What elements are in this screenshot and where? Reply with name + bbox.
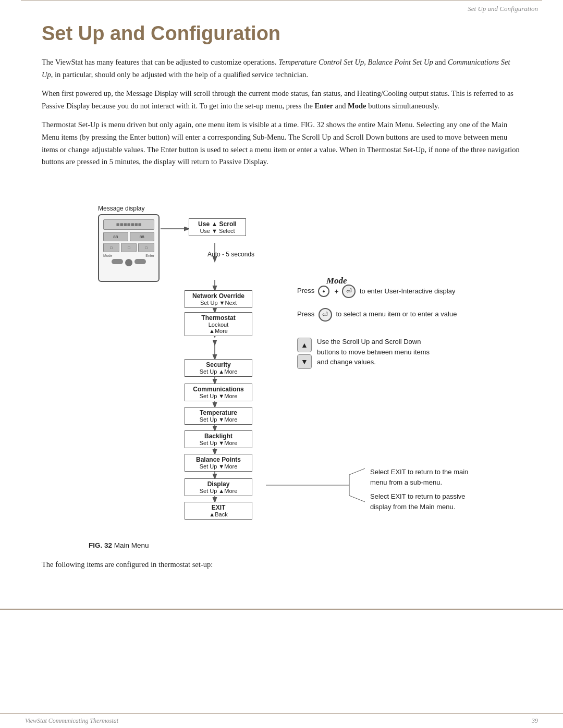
mode-circle-icon: ● — [318, 286, 329, 297]
balance-points-sub: Set Up ▼More — [189, 463, 248, 470]
footer-left: ViewStat Communicating Thermostat — [25, 717, 118, 725]
svg-line-22 — [349, 496, 365, 502]
figure-caption: FIG. 32 Main Menu — [89, 541, 474, 549]
select-menu-label: to select a menu item or to enter a valu… — [336, 311, 457, 318]
communications-box: Communications Set Up ▼More — [185, 384, 252, 401]
and-change-label: and change values. — [317, 357, 430, 367]
press-select-annotation: Press ⏎ to select a menu item or to ente… — [297, 308, 457, 322]
thermostat-lockout-title: Thermostat — [189, 314, 248, 322]
display-sub: Set Up ▲More — [189, 488, 248, 494]
press-label-2: Press — [297, 311, 314, 318]
bottom-rule — [0, 609, 563, 610]
plus-label: + — [334, 287, 338, 295]
page-title: Set Up and Configuration — [42, 22, 521, 45]
enter-interactive-label: to enter User-Interactive display — [360, 287, 456, 295]
thermostat-lockout-box: Thermostat Lockout ▲More — [185, 312, 252, 336]
page-header: Set Up and Configuration — [0, 1, 563, 13]
scroll-down-icon: ▼ — [297, 354, 312, 369]
balance-points-box: Balance Points Set Up ▼More — [185, 454, 252, 472]
network-override-sub: Set Up ▼Next — [189, 300, 248, 306]
backlight-sub: Set Up ▼More — [189, 440, 248, 446]
thermostat-lockout-title2: Lockout — [189, 322, 248, 328]
press-label-1: Press — [297, 287, 314, 295]
communications-title: Communications — [189, 386, 248, 393]
paragraph-2: When first powered up, the Message Displ… — [42, 88, 521, 113]
scroll-down-desc: buttons to move between menu items — [317, 347, 430, 357]
scroll-up-desc: Use the Scroll Up and Scroll Down — [317, 337, 430, 347]
press-mode-annotation: Press ● + ⏎ to enter User-Interactive di… — [297, 285, 455, 298]
security-title: Security — [189, 361, 248, 368]
page-content: Set Up and Configuration The ViewStat ha… — [0, 13, 563, 609]
communications-sub: Set Up ▼More — [189, 393, 248, 399]
svg-line-21 — [349, 468, 365, 475]
exit-annotation: Select EXIT to return to the main menu f… — [370, 467, 469, 512]
exit-note2: Select EXIT to return to passive display… — [370, 491, 469, 512]
figure-32: ▦▦▦▦▦▦▦ 88 88 □ □ □ ModeEnter — [89, 183, 474, 549]
display-box: Display Set Up ▲More — [185, 478, 252, 496]
scroll-select-box: Use ▲ Scroll Use ▼ Select — [189, 218, 246, 236]
network-override-title: Network Override — [189, 292, 248, 300]
exit-box: EXIT ▲Back — [185, 502, 252, 520]
temperature-title: Temperature — [189, 409, 248, 416]
mode-italic-label: Mode — [326, 276, 347, 286]
thermostat-lockout-sub: ▲More — [189, 328, 248, 334]
diagram-area: ▦▦▦▦▦▦▦ 88 88 □ □ □ ModeEnter — [89, 183, 474, 537]
fig-caption-text: Main Menu — [114, 541, 149, 549]
scroll-annotation: ▲ ▼ Use the Scroll Up and Scroll Down bu… — [297, 337, 430, 369]
use-scroll-label: Use ▲ Scroll — [193, 220, 242, 228]
balance-points-title: Balance Points — [189, 456, 248, 463]
exit-title: EXIT — [189, 504, 248, 511]
auto-5sec-label: Auto - 5 seconds — [207, 251, 254, 258]
page-footer: ViewStat Communicating Thermostat 39 — [0, 713, 563, 728]
enter-icon: ⏎ — [342, 285, 356, 298]
temperature-sub: Set Up ▼More — [189, 416, 248, 423]
use-select-label: Use ▼ Select — [193, 228, 242, 234]
display-title: Display — [189, 480, 248, 488]
temperature-box: Temperature Set Up ▼More — [185, 407, 252, 425]
scroll-up-icon: ▲ — [297, 338, 312, 352]
paragraph-1: The ViewStat has many features that can … — [42, 56, 521, 81]
exit-note1: Select EXIT to return to the main menu f… — [370, 467, 469, 487]
footer-right: 39 — [532, 717, 538, 725]
backlight-title: Backlight — [189, 433, 248, 440]
section-label: Set Up and Configuration — [468, 5, 538, 13]
closing-text: The following items are configured in th… — [42, 559, 521, 571]
network-override-box: Network Override Set Up ▼Next — [185, 290, 252, 308]
exit-sub: ▲Back — [189, 511, 248, 517]
paragraph-3: Thermostat Set-Up is menu driven but onl… — [42, 119, 521, 169]
thermostat-illustration: ▦▦▦▦▦▦▦ 88 88 □ □ □ ModeEnter — [98, 214, 160, 282]
backlight-box: Backlight Set Up ▼More — [185, 430, 252, 448]
message-display-label: Message display — [98, 205, 144, 212]
security-box: Security Set Up ▲More — [185, 359, 252, 377]
fig-number: FIG. 32 — [89, 541, 112, 549]
enter-icon-2: ⏎ — [319, 308, 332, 322]
security-sub: Set Up ▲More — [189, 368, 248, 375]
